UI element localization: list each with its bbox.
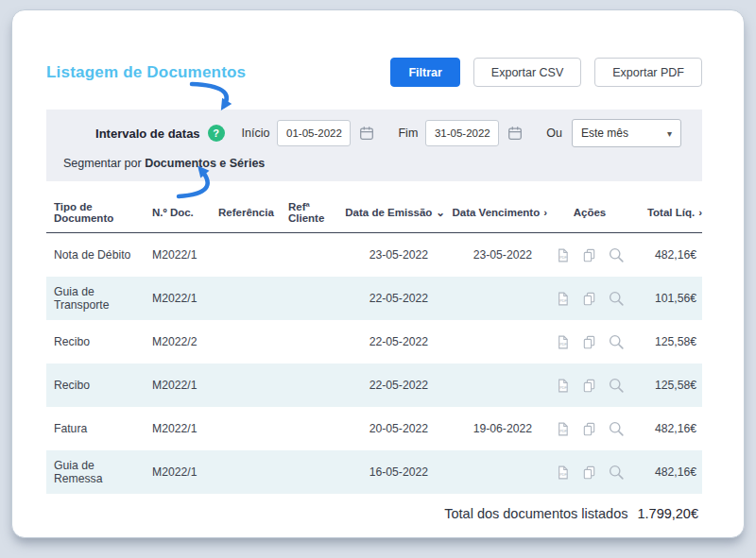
total-label: Total dos documentos listados bbox=[444, 506, 627, 521]
calendar-icon[interactable] bbox=[358, 125, 375, 142]
row-actions: PDF bbox=[547, 246, 632, 263]
row-actions: PDF bbox=[547, 290, 632, 307]
issue-date-cell: 22-05-2022 bbox=[343, 292, 445, 305]
help-icon[interactable]: ? bbox=[208, 125, 225, 142]
pdf-icon[interactable]: PDF bbox=[555, 378, 571, 394]
issue-date-cell: 20-05-2022 bbox=[343, 422, 445, 435]
header-due-date[interactable]: Data Vencimento › bbox=[445, 207, 547, 218]
doc-number-cell: M2022/2 bbox=[145, 335, 211, 348]
period-select-value: Este mês bbox=[581, 127, 628, 140]
row-actions: PDF bbox=[547, 333, 632, 350]
pdf-icon[interactable]: PDF bbox=[555, 247, 571, 263]
header-reference[interactable]: Referência bbox=[211, 207, 281, 218]
period-select[interactable]: Este mês ▾ bbox=[572, 119, 681, 147]
search-icon[interactable] bbox=[608, 420, 625, 437]
pdf-icon[interactable]: PDF bbox=[555, 334, 571, 350]
doc-number-cell: M2022/1 bbox=[145, 422, 211, 435]
pdf-icon[interactable]: PDF bbox=[555, 465, 571, 481]
row-actions: PDF bbox=[547, 464, 632, 481]
table-header: Tipo de Documento N.º Doc. Referência Re… bbox=[46, 193, 702, 233]
copy-icon[interactable] bbox=[581, 421, 597, 437]
segment-label: Segmentar por bbox=[63, 157, 142, 170]
export-pdf-button[interactable]: Exportar PDF bbox=[594, 58, 702, 87]
header-issue-date-label: Data de Emissão bbox=[345, 207, 432, 218]
issue-date-cell: 23-05-2022 bbox=[343, 248, 445, 262]
sort-desc-icon[interactable]: ⌄ bbox=[436, 206, 445, 219]
due-date-cell: 19-06-2022 bbox=[445, 422, 547, 435]
table-row: ReciboM2022/122-05-2022PDF125,58€ bbox=[46, 364, 702, 407]
start-date-input[interactable] bbox=[277, 120, 351, 146]
svg-text:PDF: PDF bbox=[559, 255, 567, 260]
doc-type-cell: Nota de Débito bbox=[46, 248, 145, 262]
copy-icon[interactable] bbox=[581, 465, 597, 481]
search-icon[interactable] bbox=[608, 333, 625, 350]
end-date-input[interactable] bbox=[425, 120, 499, 146]
total-net-cell: 482,16€ bbox=[632, 248, 702, 262]
table-row: Nota de DébitoM2022/123-05-202223-05-202… bbox=[46, 233, 702, 277]
page-title: Listagem de Documentos bbox=[46, 63, 246, 82]
svg-text:PDF: PDF bbox=[559, 385, 567, 390]
copy-icon[interactable] bbox=[581, 291, 597, 307]
doc-number-cell: M2022/1 bbox=[145, 292, 211, 305]
doc-type-cell: Guia de Transporte bbox=[46, 285, 145, 312]
header-total[interactable]: Total Líq. › bbox=[632, 207, 702, 218]
table-footer: Total dos documentos listados 1.799,20€ bbox=[46, 506, 702, 521]
pdf-icon[interactable]: PDF bbox=[555, 291, 571, 307]
header-doc-number[interactable]: N.º Doc. bbox=[145, 207, 211, 218]
copy-icon[interactable] bbox=[581, 334, 597, 350]
doc-number-cell: M2022/1 bbox=[145, 379, 211, 392]
pdf-icon[interactable]: PDF bbox=[555, 421, 571, 437]
table-body: Nota de DébitoM2022/123-05-202223-05-202… bbox=[46, 233, 702, 494]
table-row: ReciboM2022/222-05-2022PDF125,58€ bbox=[46, 320, 702, 364]
search-icon[interactable] bbox=[608, 290, 625, 307]
filter-button[interactable]: Filtrar bbox=[390, 58, 459, 87]
doc-type-cell: Guia de Remessa bbox=[46, 459, 145, 485]
table-row: Guia de TransporteM2022/122-05-2022PDF10… bbox=[46, 277, 702, 320]
filter-bar: Intervalo de datas ? Início Fim Ou Este … bbox=[46, 110, 702, 181]
export-csv-button[interactable]: Exportar CSV bbox=[473, 58, 581, 87]
segment-row: Segmentar por Documentos e Séries bbox=[61, 157, 681, 170]
row-actions: PDF bbox=[547, 377, 632, 394]
top-bar: Listagem de Documentos Filtrar Exportar … bbox=[46, 58, 702, 87]
header-actions: Ações bbox=[547, 207, 632, 218]
search-icon[interactable] bbox=[608, 246, 625, 263]
documents-table: Tipo de Documento N.º Doc. Referência Re… bbox=[46, 193, 702, 494]
row-actions: PDF bbox=[547, 420, 632, 437]
total-net-cell: 125,58€ bbox=[632, 379, 702, 392]
svg-text:PDF: PDF bbox=[559, 472, 567, 477]
svg-text:PDF: PDF bbox=[559, 298, 567, 303]
total-net-cell: 101,56€ bbox=[632, 292, 702, 305]
total-net-cell: 482,16€ bbox=[632, 422, 702, 435]
total-net-cell: 125,58€ bbox=[632, 335, 702, 348]
header-client-reference[interactable]: Refª Cliente bbox=[281, 201, 343, 224]
doc-number-cell: M2022/1 bbox=[145, 465, 211, 479]
copy-icon[interactable] bbox=[581, 378, 597, 394]
header-issue-date[interactable]: Data de Emissão ⌄ bbox=[343, 206, 445, 219]
svg-text:PDF: PDF bbox=[559, 342, 567, 347]
copy-icon[interactable] bbox=[581, 247, 597, 263]
start-date-label: Início bbox=[242, 127, 270, 140]
toolbar-actions: Filtrar Exportar CSV Exportar PDF bbox=[390, 58, 702, 87]
issue-date-cell: 22-05-2022 bbox=[343, 379, 445, 392]
svg-text:PDF: PDF bbox=[559, 429, 567, 433]
issue-date-cell: 16-05-2022 bbox=[343, 465, 445, 479]
doc-type-cell: Fatura bbox=[46, 422, 145, 435]
table-row: Guia de RemessaM2022/116-05-2022PDF482,1… bbox=[46, 450, 702, 494]
total-net-cell: 482,16€ bbox=[632, 465, 702, 479]
doc-type-cell: Recibo bbox=[46, 379, 145, 392]
doc-type-cell: Recibo bbox=[46, 335, 145, 348]
header-doc-type[interactable]: Tipo de Documento bbox=[46, 201, 145, 224]
doc-number-cell: M2022/1 bbox=[145, 248, 211, 262]
header-total-label: Total Líq. bbox=[647, 207, 695, 218]
chevron-down-icon: ▾ bbox=[667, 128, 672, 139]
search-icon[interactable] bbox=[608, 377, 625, 394]
documents-card: Listagem de Documentos Filtrar Exportar … bbox=[11, 9, 745, 538]
search-icon[interactable] bbox=[608, 464, 625, 481]
end-date-label: Fim bbox=[398, 127, 418, 140]
chevron-right-icon[interactable]: › bbox=[698, 207, 702, 218]
date-range-label: Intervalo de datas bbox=[95, 127, 200, 141]
segment-value[interactable]: Documentos e Séries bbox=[145, 157, 265, 170]
date-range-row: Intervalo de datas ? Início Fim Ou Este … bbox=[61, 119, 681, 147]
or-label: Ou bbox=[546, 127, 562, 140]
calendar-icon[interactable] bbox=[507, 125, 524, 142]
